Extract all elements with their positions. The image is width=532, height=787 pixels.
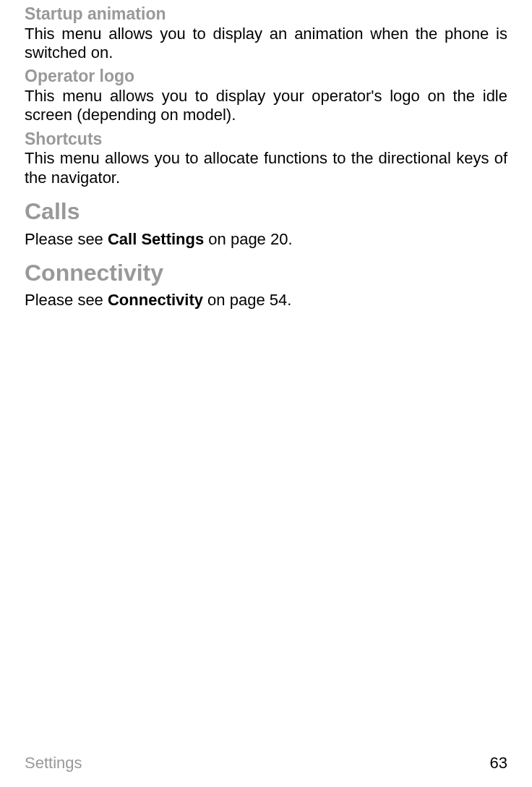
footer-page-number: 63 [490, 754, 507, 773]
calls-prefix: Please see [25, 230, 108, 248]
footer-section-label: Settings [25, 754, 82, 773]
startup-body: This menu allows you to display an anima… [25, 25, 507, 63]
operator-body: This menu allows you to display your ope… [25, 87, 507, 125]
calls-suffix: on page 20. [204, 230, 292, 248]
startup-heading: Startup animation [25, 4, 507, 25]
calls-heading: Calls [25, 197, 507, 225]
connectivity-body: Please see Connectivity on page 54. [25, 291, 507, 310]
page-footer: Settings 63 [25, 754, 507, 773]
shortcuts-heading: Shortcuts [25, 129, 507, 150]
connectivity-heading: Connectivity [25, 259, 507, 286]
content-area: Startup animation This menu allows you t… [25, 4, 507, 310]
calls-bold: Call Settings [108, 230, 204, 248]
shortcuts-body: This menu allows you to allocate functio… [25, 149, 507, 187]
calls-body: Please see Call Settings on page 20. [25, 230, 507, 249]
connectivity-prefix: Please see [25, 291, 108, 309]
operator-heading: Operator logo [25, 67, 507, 87]
connectivity-suffix: on page 54. [203, 291, 291, 309]
connectivity-bold: Connectivity [108, 291, 203, 309]
